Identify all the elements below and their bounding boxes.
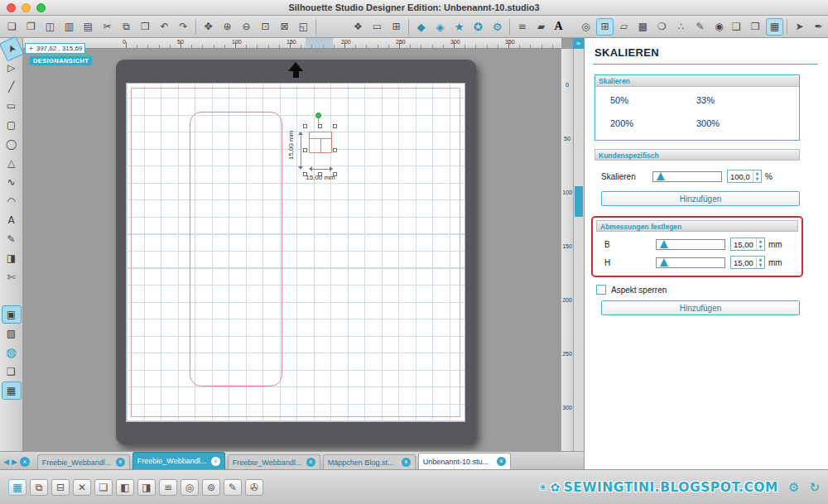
diamond-shape-icon[interactable]: ◆ (412, 18, 430, 36)
document-tab[interactable]: Freebie_Webbandl... x (228, 454, 320, 469)
selection-handle[interactable] (333, 124, 337, 128)
send-to-back-icon[interactable]: ◨ (137, 479, 156, 496)
offset-panel-icon[interactable]: ◎ (577, 18, 595, 36)
selection-handle[interactable] (318, 124, 322, 128)
pentagon-shape-icon[interactable]: ◈ (431, 18, 449, 36)
scale-slider[interactable] (652, 171, 722, 182)
height-slider[interactable] (656, 257, 725, 268)
line-tool-icon[interactable]: ╱ (2, 78, 22, 96)
tab-close-icon[interactable]: x (402, 458, 411, 467)
slider-thumb-icon[interactable] (660, 240, 668, 248)
undo-icon[interactable]: ↶ (156, 18, 173, 36)
page-setup-icon[interactable]: ▭ (368, 18, 386, 36)
group-icon[interactable]: ⧉ (30, 479, 48, 496)
tab-close-icon[interactable]: x (211, 457, 220, 466)
width-slider[interactable] (656, 239, 725, 250)
height-value-field[interactable]: 15,00 ▲ ▼ (730, 256, 765, 269)
scale-preset[interactable]: 300% (696, 118, 782, 128)
select-tool-icon[interactable]: ➤ (0, 36, 24, 61)
rectangle-tool-icon[interactable]: ▭ (2, 97, 22, 115)
image-effects-icon[interactable]: ▨ (2, 324, 22, 343)
scrollbar-thumb[interactable] (575, 186, 583, 217)
rhinestone-panel-icon[interactable]: ∴ (672, 18, 690, 36)
library-view-icon[interactable]: ❒ (747, 18, 764, 36)
open-document-icon[interactable]: ❐ (22, 18, 40, 36)
cursor-tool-icon[interactable]: ➤ (791, 18, 808, 36)
scale-preset[interactable]: 33% (696, 95, 782, 105)
selected-shape[interactable] (309, 132, 332, 153)
height-stepper[interactable]: ▲ ▼ (756, 257, 764, 268)
zoom-in-icon[interactable]: ⊕ (219, 18, 236, 36)
scale-preset[interactable]: 200% (610, 118, 696, 128)
rotation-handle[interactable] (315, 113, 321, 118)
edit-points-tool-icon[interactable]: ▷ (2, 59, 22, 77)
text-style-icon[interactable]: A (550, 18, 567, 36)
duplicate-icon[interactable]: ❏ (94, 479, 113, 496)
stepper-down-icon[interactable]: ▼ (753, 176, 761, 182)
design-page[interactable]: 15,00 mm 15,00 mm (126, 83, 465, 422)
selection-handle[interactable] (333, 148, 337, 152)
new-document-icon[interactable]: ❏ (3, 18, 21, 36)
pen-tool-icon[interactable]: ✒ (810, 18, 827, 36)
scale-preset[interactable]: 50% (610, 95, 696, 105)
settings-gear-icon[interactable]: ⚙ (788, 480, 799, 495)
drag-zoom-icon[interactable]: ⊠ (276, 18, 293, 36)
tab-close-icon[interactable]: x (116, 458, 125, 467)
slider-thumb-icon[interactable] (657, 172, 665, 180)
knife-tool-icon[interactable]: ✄ (2, 268, 22, 286)
selection-handle[interactable] (303, 124, 307, 128)
copy-icon[interactable]: ⧉ (118, 18, 135, 36)
apply-scale-button[interactable]: Hinzufügen (601, 191, 800, 206)
scale-stepper[interactable]: ▲ ▼ (753, 170, 761, 182)
pan-tool-icon[interactable]: ✥ (200, 18, 217, 36)
line-style-icon[interactable]: ≡ (513, 18, 531, 36)
zoom-selection-icon[interactable]: ⊡ (257, 18, 274, 36)
width-value[interactable]: 15,00 (731, 238, 756, 250)
zoom-out-icon[interactable]: ⊖ (238, 18, 255, 36)
sketch-pen-icon[interactable]: ✎ (224, 479, 242, 496)
cut-icon[interactable]: ✂ (99, 18, 116, 36)
selection-handle[interactable] (303, 148, 307, 152)
rounded-rectangle-tool-icon[interactable]: ▢ (2, 116, 22, 134)
sync-refresh-icon[interactable]: ↻ (809, 480, 820, 495)
stepper-up-icon[interactable]: ▲ (757, 238, 764, 244)
document-tab[interactable]: Mäppchen Blog.st... x (323, 454, 416, 469)
align-icon[interactable]: ≡ (159, 479, 177, 496)
eraser-tool-icon[interactable]: ◨ (2, 249, 22, 267)
width-value-field[interactable]: 15,00 ▲ ▼ (730, 238, 765, 251)
trace-icon[interactable]: ❖ (349, 18, 367, 36)
store-view-icon[interactable]: ▦ (766, 18, 783, 36)
tab-close-icon[interactable]: x (306, 458, 315, 467)
stepper-up-icon[interactable]: ▲ (753, 170, 761, 176)
scale-value-field[interactable]: 100,0 ▲ ▼ (727, 170, 762, 183)
text-tool-icon[interactable]: A (2, 211, 22, 229)
delete-icon[interactable]: ✕ (73, 479, 91, 496)
shadow-panel-icon[interactable]: ❍ (653, 18, 671, 36)
scale-panel-icon[interactable]: ⊞ (596, 18, 614, 36)
cut-outline-shape[interactable] (190, 112, 282, 386)
curve-tool-icon[interactable]: ∿ (2, 173, 22, 191)
ellipse-tool-icon[interactable]: ◯ (2, 135, 22, 153)
apply-dimensions-button[interactable]: Hinzufügen (601, 300, 800, 315)
close-button[interactable] (7, 3, 16, 12)
vertical-scrollbar[interactable] (573, 49, 584, 451)
width-stepper[interactable]: ▲ ▼ (756, 238, 764, 250)
fit-to-window-icon[interactable]: ◱ (295, 18, 312, 36)
document-tab[interactable]: Unbenannt-10.stu... x (418, 453, 511, 469)
flat-view-icon[interactable]: ▣ (2, 305, 22, 324)
online-store-icon[interactable]: ◍ (2, 343, 22, 362)
redo-icon[interactable]: ↷ (175, 18, 192, 36)
zoom-button[interactable] (36, 3, 46, 12)
seal-shape-icon[interactable]: ✪ (469, 18, 487, 36)
nesting-panel-icon[interactable]: ▩ (634, 18, 652, 36)
star-shape-icon[interactable]: ★ (450, 18, 468, 36)
page-thumbnail-icon[interactable]: ❑ (2, 362, 22, 381)
stepper-down-icon[interactable]: ▼ (757, 262, 764, 268)
stepper-down-icon[interactable]: ▼ (757, 244, 764, 250)
tab-scroll-right-icon[interactable]: ▶ (12, 458, 17, 466)
paste-icon[interactable]: ❒ (137, 18, 154, 36)
registration-marks-icon[interactable]: ⊞ (388, 18, 405, 36)
arc-tool-icon[interactable]: ◠ (2, 192, 22, 210)
save-document-icon[interactable]: ◫ (41, 18, 59, 36)
grid-toggle-icon[interactable]: ▦ (8, 479, 26, 496)
